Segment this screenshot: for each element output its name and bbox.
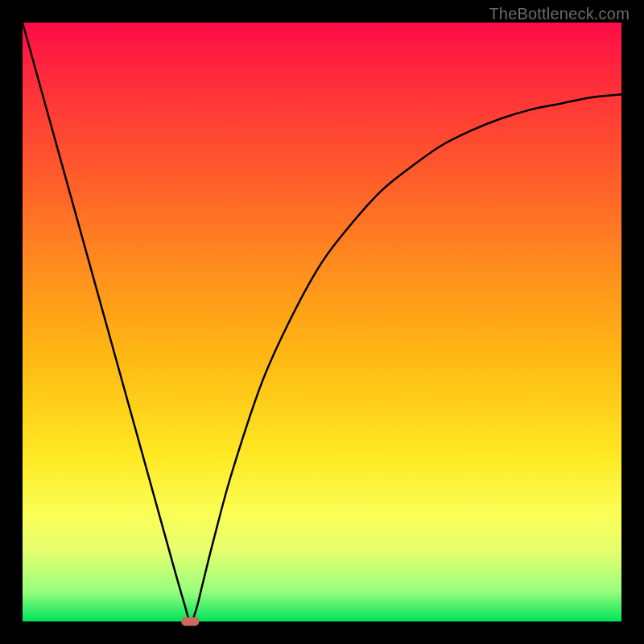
bottleneck-curve [23,23,621,621]
chart-overlay [23,23,621,621]
minimum-marker [181,617,199,626]
chart-frame: TheBottleneck.com [0,0,644,644]
watermark-text: TheBottleneck.com [489,5,630,23]
